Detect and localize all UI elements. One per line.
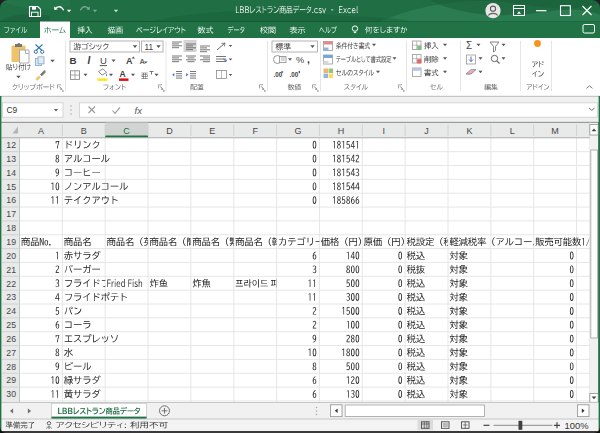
svg-text:H: H bbox=[338, 126, 345, 136]
svg-text:19: 19 bbox=[6, 237, 16, 247]
svg-text:13: 13 bbox=[6, 154, 16, 164]
svg-text:29: 29 bbox=[6, 375, 16, 385]
svg-text:Σ: Σ bbox=[466, 40, 472, 51]
svg-text:G: G bbox=[294, 126, 301, 136]
svg-text:30: 30 bbox=[6, 389, 16, 399]
svg-text:15: 15 bbox=[6, 182, 16, 192]
svg-text:23: 23 bbox=[6, 292, 16, 302]
svg-text:C: C bbox=[123, 126, 130, 136]
svg-text:C9: C9 bbox=[7, 105, 18, 115]
svg-text:16: 16 bbox=[6, 195, 16, 205]
svg-text:A: A bbox=[126, 56, 133, 66]
svg-text:M: M bbox=[551, 126, 559, 136]
svg-text:26: 26 bbox=[6, 334, 16, 344]
svg-text:17: 17 bbox=[6, 209, 16, 219]
svg-text:I: I bbox=[88, 55, 91, 66]
svg-text:E: E bbox=[209, 126, 215, 136]
svg-text:L: L bbox=[510, 126, 515, 136]
svg-text:.00: .00 bbox=[274, 71, 283, 78]
svg-text:A: A bbox=[120, 69, 126, 79]
svg-text:A: A bbox=[38, 126, 44, 136]
svg-text:11: 11 bbox=[145, 43, 154, 52]
svg-text:25: 25 bbox=[6, 320, 16, 330]
svg-text:18: 18 bbox=[6, 223, 16, 233]
svg-text:U: U bbox=[100, 55, 107, 66]
svg-text:,: , bbox=[307, 53, 310, 65]
svg-text:28: 28 bbox=[6, 362, 16, 372]
svg-text:14: 14 bbox=[6, 168, 16, 178]
svg-text:12: 12 bbox=[6, 140, 16, 150]
svg-text:.00: .00 bbox=[290, 71, 299, 78]
svg-text:I: I bbox=[382, 126, 385, 136]
svg-text:27: 27 bbox=[6, 348, 16, 358]
svg-text:D: D bbox=[166, 126, 173, 136]
svg-text:20: 20 bbox=[6, 251, 16, 261]
svg-text:F: F bbox=[252, 126, 258, 136]
svg-text:fx: fx bbox=[135, 105, 144, 116]
svg-text:J: J bbox=[424, 126, 429, 136]
svg-text:24: 24 bbox=[6, 306, 16, 316]
svg-text:21: 21 bbox=[6, 265, 16, 275]
svg-text:22: 22 bbox=[6, 279, 16, 289]
svg-text:B: B bbox=[70, 55, 77, 66]
svg-text:%: % bbox=[296, 55, 304, 65]
svg-text:K: K bbox=[466, 126, 472, 136]
svg-text:B: B bbox=[81, 126, 87, 136]
svg-text:100%: 100% bbox=[565, 420, 589, 431]
